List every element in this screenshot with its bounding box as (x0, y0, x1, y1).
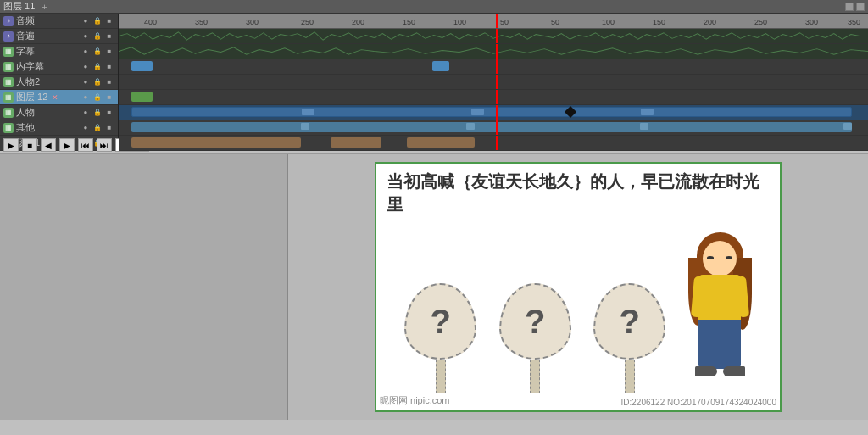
layer-lock-scene12[interactable]: 🔒 (92, 92, 103, 103)
layer-item-person2[interactable]: ▦ 人物2 ● 🔒 ■ (0, 75, 118, 90)
layer-name-other: 其他 (16, 121, 35, 134)
other-block-3 (407, 137, 475, 148)
layer-lock-subtitle[interactable]: 🔒 (92, 47, 103, 57)
layer-type-audio[interactable]: ■ (104, 16, 114, 26)
bgm-icon: ♪ (3, 31, 14, 42)
ruler-tick-100: 100 (453, 18, 466, 26)
prev-btn[interactable]: ◀ (41, 138, 56, 152)
track-caption[interactable] (119, 75, 868, 90)
layer-active-indicator: ✕ (52, 93, 58, 102)
stop-btn[interactable]: ■ (22, 138, 37, 152)
layer-type-scene12[interactable]: ■ (104, 92, 114, 103)
audio-icon: ♪ (3, 16, 14, 26)
layer-item-bgm[interactable]: ♪ 音遍 ● 🔒 ■ (0, 29, 118, 44)
layer-lock-person2[interactable]: 🔒 (92, 77, 103, 87)
track-other[interactable] (119, 136, 868, 151)
layer-item-subtitle[interactable]: ▦ 字幕 ● 🔒 ■ (0, 44, 118, 59)
layer-eye-scene12[interactable]: ● (81, 92, 91, 103)
subtitle-icon: ▦ (3, 47, 14, 57)
left-panel (0, 154, 288, 420)
layer-item-person[interactable]: ▦ 人物 ● 🔒 ■ (0, 105, 118, 120)
play-btn[interactable]: ▶ (3, 138, 19, 152)
layer-item-scene12[interactable]: ▦ 图层 12 ✕ ● 🔒 ■ (0, 90, 118, 105)
layer-list: ♪ 音频 ● 🔒 ■ ♪ 音遍 ● 🔒 ■ ▦ 字幕 (0, 14, 119, 151)
layer-lock-audio[interactable]: 🔒 (92, 16, 103, 26)
layer-lock-bgm[interactable]: 🔒 (92, 31, 103, 42)
subtitle-block-2 (432, 61, 449, 71)
scene12-keyframe-3 (641, 109, 654, 115)
layer-lock-caption[interactable]: 🔒 (92, 62, 103, 72)
layer-lock-person[interactable]: 🔒 (92, 108, 103, 118)
layer-eye-caption[interactable]: ● (81, 62, 91, 72)
layer-name-person2: 人物2 (16, 75, 40, 88)
playhead-person2 (496, 90, 498, 104)
canvas-title: 当初高喊｛友谊天长地久｝的人，早已流散在时光里 (376, 164, 780, 220)
sign-bubble-2: ? (499, 283, 571, 360)
layer-type-person2[interactable]: ■ (104, 77, 114, 87)
char-right-eye (726, 256, 732, 259)
scene12-main-block (131, 107, 852, 117)
timeline-area: 图层 11 + ♪ 音频 ● 🔒 ■ ♪ 音遍 ● (0, 0, 868, 136)
ruler-tick-300: 300 (246, 18, 259, 26)
layer-type-other[interactable]: ■ (104, 123, 114, 133)
scene12-keyframe-2 (471, 109, 484, 115)
layer-eye-other[interactable]: ● (81, 123, 91, 133)
playhead-subtitle (496, 59, 498, 74)
layer-eye-audio[interactable]: ● (81, 16, 91, 26)
ruler-tick-250b: 250 (754, 18, 767, 26)
track-subtitle[interactable] (119, 59, 868, 75)
other-block-1 (131, 137, 301, 148)
playhead-other (496, 136, 498, 150)
playhead-ruler (496, 14, 498, 28)
track-person[interactable] (119, 120, 868, 136)
layer-eye-subtitle[interactable]: ● (81, 47, 91, 57)
char-body (698, 275, 741, 321)
layer-item-audio[interactable]: ♪ 音频 ● 🔒 ■ (0, 14, 118, 29)
ruler-tick-350b: 350 (848, 18, 860, 26)
ruler-tick-300b: 300 (805, 18, 818, 26)
layer-eye-person[interactable]: ● (81, 108, 91, 118)
main-content: 当初高喊｛友谊天长地久｝的人，早已流散在时光里 ? ? (0, 154, 868, 420)
char-pants (698, 320, 741, 369)
ruler-tick-200: 200 (352, 18, 364, 26)
person2-icon: ▦ (3, 77, 14, 87)
layer-type-bgm[interactable]: ■ (104, 31, 114, 42)
timeline-ctrl-2[interactable] (856, 3, 865, 11)
first-frame-btn[interactable]: ⏮ (78, 138, 93, 152)
question-mark-2: ? (525, 303, 545, 341)
ruler-tick-50b: 50 (551, 18, 559, 26)
layer-name-audio: 音频 (16, 14, 35, 27)
timeline-ctrl-1[interactable] (845, 3, 854, 11)
track-bgm[interactable] (119, 44, 868, 59)
char-right-shoe (723, 366, 745, 376)
subtitle-block-1 (131, 61, 153, 71)
layer-item-other[interactable]: ▦ 其他 ● 🔒 ■ (0, 120, 118, 136)
other-block-2 (331, 137, 381, 148)
playhead-scene12 (496, 105, 498, 120)
char-face (703, 241, 737, 276)
ruler-tick-350: 350 (195, 18, 208, 26)
track-audio[interactable] (119, 29, 868, 44)
add-layer-btn[interactable]: + (42, 2, 47, 12)
layer-lock-other[interactable]: 🔒 (92, 123, 103, 133)
next-btn[interactable]: ▶ (59, 138, 75, 152)
layer-name-caption: 内字幕 (16, 60, 44, 73)
character (688, 232, 752, 393)
other-icon: ▦ (3, 123, 14, 133)
playhead-audio (496, 29, 498, 43)
timeline-ruler[interactable]: 400 350 300 250 200 150 100 50 50 100 15… (119, 14, 868, 29)
track-person2[interactable] (119, 90, 868, 105)
track-area: 400 350 300 250 200 150 100 50 50 100 15… (119, 14, 868, 151)
layer-type-caption[interactable]: ■ (104, 62, 114, 72)
layer-eye-bgm[interactable]: ● (81, 31, 91, 42)
sign-stem-1 (436, 360, 446, 393)
layer-eye-person2[interactable]: ● (81, 77, 91, 87)
canvas-area: 当初高喊｛友谊天长地久｝的人，早已流散在时光里 ? ? (288, 154, 868, 420)
playhead-bgm (496, 44, 498, 59)
canvas-frame: 当初高喊｛友谊天长地久｝的人，早已流散在时光里 ? ? (375, 162, 782, 412)
track-scene12[interactable] (119, 105, 868, 120)
layer-item-caption[interactable]: ▦ 内字幕 ● 🔒 ■ (0, 59, 118, 75)
layer-type-person[interactable]: ■ (104, 108, 114, 118)
last-frame-btn[interactable]: ⏭ (97, 138, 112, 152)
layer-type-subtitle[interactable]: ■ (104, 47, 114, 57)
